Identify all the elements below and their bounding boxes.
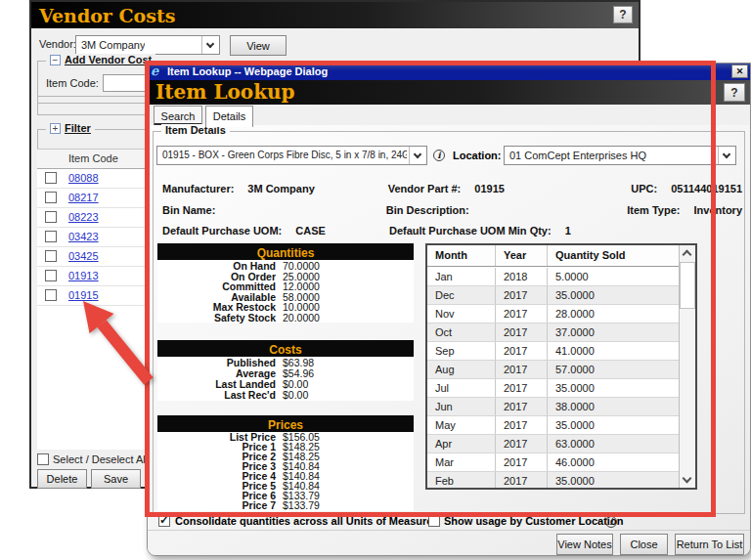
table-cell: Feb bbox=[427, 472, 496, 488]
table-row: May201735.0000 bbox=[427, 416, 679, 435]
location-select[interactable]: 01 ComCept Enterprises HQ bbox=[504, 146, 736, 165]
close-button[interactable]: ✕ bbox=[731, 65, 748, 78]
show-usage-label: Show usage by Customer Location bbox=[444, 515, 623, 527]
close-icon: ✕ bbox=[736, 66, 744, 76]
table-cell: 46.0000 bbox=[548, 453, 679, 471]
item-lookup-dialog: e Item Lookup -- Webpage Dialog ✕ Item L… bbox=[147, 63, 751, 556]
view-button[interactable]: View bbox=[230, 35, 287, 56]
add-vendor-cost-label: Add Vendor Cost bbox=[65, 54, 152, 65]
dialog-footer: View Notes Close Return To List bbox=[148, 530, 750, 556]
quantity-row: Committed12.0000 bbox=[157, 281, 414, 292]
table-cell: Mar bbox=[427, 453, 496, 471]
scroll-up-icon[interactable] bbox=[683, 250, 692, 260]
table-cell: 2017 bbox=[496, 398, 548, 415]
default-uom-min-qty-value: 1 bbox=[565, 225, 571, 237]
info-icon[interactable]: i bbox=[605, 516, 617, 528]
detail-row: Bin Name: Bin Description: Item Type:Inv… bbox=[162, 204, 742, 216]
dialog-titlebar[interactable]: e Item Lookup -- Webpage Dialog ✕ bbox=[148, 64, 750, 80]
row-label: Last Rec'd bbox=[157, 390, 283, 401]
scroll-down-icon[interactable] bbox=[683, 474, 692, 484]
dialog-content: Item Details 01915 - BOX - Green Corps F… bbox=[148, 125, 750, 555]
chevron-down-icon[interactable] bbox=[409, 147, 426, 164]
chevron-down-icon[interactable] bbox=[718, 147, 735, 164]
info-icon[interactable]: i bbox=[433, 150, 445, 161]
table-row: Jan20185.0000 bbox=[427, 268, 679, 286]
bin-description-label: Bin Description: bbox=[386, 204, 469, 216]
table-cell: 35.0000 bbox=[548, 472, 679, 488]
row-label: Max Restock bbox=[157, 302, 283, 313]
table-cell: 35.0000 bbox=[548, 379, 679, 397]
table-cell: 2017 bbox=[496, 379, 548, 397]
close-dialog-button[interactable]: Close bbox=[620, 534, 668, 555]
delete-button[interactable]: Delete bbox=[37, 469, 87, 489]
quantities-section: Quantities On Hand70.0000 On Order25.000… bbox=[157, 243, 414, 323]
table-cell: 2017 bbox=[496, 435, 548, 452]
default-uom-label: Default Purchase UOM: bbox=[162, 225, 282, 237]
table-row: Aug201757.0000 bbox=[427, 361, 679, 379]
return-to-list-button[interactable]: Return To List bbox=[675, 534, 744, 555]
tab-search[interactable]: Search bbox=[154, 106, 202, 126]
select-all-label: Select / Deselect All bbox=[53, 453, 148, 465]
options-row: Consolidate quantities across all Units … bbox=[148, 514, 750, 530]
row-value: $133.79 bbox=[283, 501, 320, 511]
help-button[interactable]: ? bbox=[724, 83, 745, 102]
table-cell: 2017 bbox=[496, 416, 548, 434]
table-row: Sep201741.0000 bbox=[427, 342, 679, 361]
item-select[interactable]: 01915 - BOX - Green Corps Fibre Disc, 5 … bbox=[156, 146, 427, 165]
item-code-link[interactable]: 08088 bbox=[68, 172, 99, 184]
vendor-select-value: 3M Company bbox=[81, 39, 145, 51]
scrollbar-thumb[interactable] bbox=[680, 262, 695, 309]
table-row: Mar201746.0000 bbox=[427, 453, 679, 472]
chevron-down-icon[interactable] bbox=[201, 36, 219, 54]
table-row: Apr201763.0000 bbox=[427, 435, 679, 453]
default-uom-value: CASE bbox=[295, 225, 326, 237]
vertical-scrollbar[interactable] bbox=[679, 245, 695, 488]
row-value: $0.00 bbox=[283, 390, 308, 401]
usage-table-header: Month Year Quantity Sold bbox=[427, 245, 679, 267]
table-cell: May bbox=[427, 416, 496, 434]
vendor-label: Vendor: bbox=[39, 38, 76, 50]
table-cell: Jul bbox=[427, 379, 496, 397]
select-all-checkbox[interactable] bbox=[37, 453, 49, 465]
item-checkbox[interactable] bbox=[45, 231, 57, 242]
save-button[interactable]: Save bbox=[91, 469, 141, 489]
upc-label: UPC: bbox=[631, 183, 657, 194]
item-code-label: Item Code: bbox=[46, 77, 99, 89]
tab-details[interactable]: Details bbox=[205, 106, 253, 127]
dialog-title: Item Lookup -- Webpage Dialog bbox=[167, 65, 328, 77]
item-code-link[interactable]: 01913 bbox=[68, 270, 99, 281]
quantity-row: Safety Stock20.0000 bbox=[157, 313, 414, 323]
item-code-link[interactable]: 03425 bbox=[68, 250, 99, 262]
item-checkbox[interactable] bbox=[45, 192, 57, 203]
view-notes-button[interactable]: View Notes bbox=[556, 534, 613, 555]
collapse-icon[interactable]: − bbox=[50, 55, 61, 65]
table-cell: Nov bbox=[427, 305, 496, 323]
expand-icon[interactable]: + bbox=[50, 123, 61, 134]
show-usage-checkbox[interactable] bbox=[428, 515, 440, 527]
item-code-link[interactable]: 01915 bbox=[68, 289, 99, 301]
item-checkbox[interactable] bbox=[45, 270, 57, 281]
item-code-link[interactable]: 08223 bbox=[68, 211, 99, 223]
item-code-link[interactable]: 03423 bbox=[68, 231, 99, 242]
vendor-toolbar: Vendor: 3M Company View bbox=[31, 34, 639, 56]
item-checkbox[interactable] bbox=[45, 289, 57, 301]
table-cell: Dec bbox=[427, 286, 496, 304]
bin-name-label: Bin Name: bbox=[162, 204, 215, 216]
item-code-link[interactable]: 08217 bbox=[68, 192, 99, 203]
add-vendor-cost-legend: − Add Vendor Cost bbox=[46, 54, 155, 65]
consolidate-checkbox[interactable] bbox=[158, 515, 170, 527]
item-checkbox[interactable] bbox=[45, 250, 57, 262]
vendor-select[interactable]: 3M Company bbox=[75, 35, 220, 55]
table-cell: 2017 bbox=[496, 453, 548, 471]
table-cell: 5.0000 bbox=[548, 268, 679, 285]
table-cell: 2017 bbox=[496, 472, 548, 488]
upc-value: 051144019151 bbox=[671, 183, 742, 194]
costs-title: Costs bbox=[269, 343, 301, 357]
help-button[interactable]: ? bbox=[613, 6, 633, 23]
item-checkbox[interactable] bbox=[45, 172, 57, 184]
quantities-title: Quantities bbox=[257, 246, 315, 260]
usage-table: Month Year Quantity Sold Jan20185.0000 D… bbox=[425, 243, 697, 490]
row-label: Committed bbox=[157, 281, 283, 292]
item-checkbox[interactable] bbox=[45, 211, 57, 223]
manufacturer-label: Manufacturer: bbox=[162, 183, 234, 194]
